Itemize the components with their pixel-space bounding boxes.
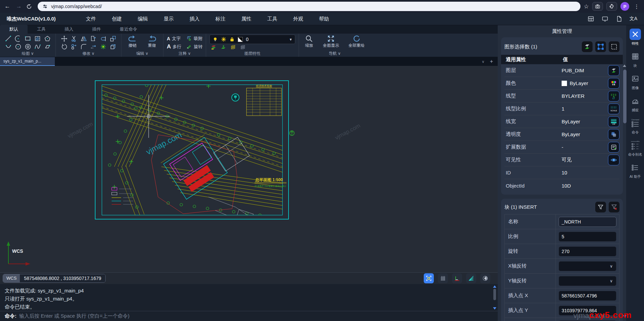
- layer-stack-yellow-icon[interactable]: [230, 45, 236, 50]
- menu-display[interactable]: 显示: [164, 16, 174, 22]
- copy-tool-icon[interactable]: [70, 43, 78, 50]
- layer-filter-button[interactable]: [582, 41, 593, 52]
- ortho-toggle[interactable]: [452, 273, 462, 283]
- snap-tool[interactable]: 吸附: [186, 36, 202, 42]
- rail-item-command[interactable]: Command 命令: [630, 117, 641, 135]
- rail-item-command-alias[interactable]: Command Alias 命令别名: [628, 139, 643, 157]
- offset-tool-icon[interactable]: [90, 35, 97, 42]
- rectangle-tool-icon[interactable]: [24, 35, 32, 42]
- y-flip-select[interactable]: ∨: [559, 276, 616, 286]
- scroll-up-icon[interactable]: [493, 285, 496, 288]
- mtext-tool[interactable]: A多行: [167, 43, 181, 50]
- polygon-tool-icon[interactable]: [44, 35, 51, 42]
- command-input-row[interactable]: 命令: 输入后按 Enter 或 Space 执行 (空白=上一个命令): [0, 311, 498, 321]
- modify-group-label[interactable]: 修改 ∨: [82, 51, 94, 56]
- block-scale-input[interactable]: [559, 232, 616, 242]
- edit-group-label[interactable]: 编辑 ∨: [136, 51, 148, 56]
- scroll-up-icon[interactable]: [623, 59, 626, 67]
- arc2-tool-icon[interactable]: [5, 43, 12, 50]
- mirror-tool-icon[interactable]: [80, 35, 87, 42]
- ribbon-tab-recent[interactable]: 最近命令: [110, 25, 147, 34]
- bookmark-star-icon[interactable]: ☆: [584, 3, 589, 10]
- document-tab[interactable]: sys_zp_v1_main_p...: [0, 57, 55, 66]
- layer-dropdown[interactable]: 0 ▼: [210, 35, 295, 44]
- donut-tool-icon[interactable]: [24, 43, 32, 50]
- redo-button[interactable]: 重做: [144, 35, 160, 48]
- polar-tracking-toggle[interactable]: [466, 273, 476, 283]
- block-name-input[interactable]: [559, 217, 616, 227]
- ribbon-tab-plugins[interactable]: 插件: [83, 25, 110, 34]
- address-bar[interactable]: vjmap.com/app/webcad/: [38, 2, 580, 11]
- spline-tool-icon[interactable]: [34, 43, 41, 50]
- line-tool-icon[interactable]: [5, 35, 12, 42]
- undo-button[interactable]: 撤销: [125, 35, 140, 48]
- lineweight-button[interactable]: LW: [608, 116, 619, 127]
- coordinate-readout[interactable]: WCS 587548086.8002 , 3103950717.1679: [3, 274, 106, 283]
- explode-tool-icon[interactable]: [100, 43, 107, 50]
- scrollbar-thumb[interactable]: [493, 289, 496, 300]
- clear-filter-button[interactable]: [609, 202, 619, 212]
- arc-tool-icon[interactable]: [14, 35, 22, 42]
- linetype-button[interactable]: LT: [608, 91, 619, 102]
- x-flip-select[interactable]: ∨: [559, 261, 616, 271]
- text-tool[interactable]: A文字: [167, 36, 181, 42]
- menu-insert[interactable]: 插入: [190, 16, 200, 22]
- translate-icon[interactable]: 文A: [630, 16, 637, 22]
- select-window-button[interactable]: [609, 41, 619, 52]
- command-scrollbar[interactable]: [493, 285, 497, 310]
- scroll-down-icon[interactable]: [493, 307, 496, 310]
- screenshot-button[interactable]: [592, 2, 603, 11]
- menu-file[interactable]: 文件: [86, 16, 96, 22]
- document-icon[interactable]: [615, 15, 623, 22]
- rail-item-snap[interactable]: 捕捉: [630, 95, 641, 113]
- color-picker-button[interactable]: [608, 78, 619, 89]
- browser-reload-button[interactable]: [26, 4, 34, 9]
- linetype-scale-button[interactable]: SCALE: [608, 104, 619, 114]
- select-handles-button[interactable]: [595, 41, 606, 52]
- redraw-button[interactable]: 全部重绘: [346, 35, 367, 48]
- dynamic-ucs-toggle[interactable]: [480, 273, 490, 283]
- menu-create[interactable]: 创建: [112, 16, 122, 22]
- object-snap-toggle[interactable]: [424, 273, 434, 283]
- scale-tool-icon[interactable]: [109, 35, 117, 42]
- menu-tools[interactable]: 工具: [267, 16, 277, 22]
- rail-item-properties[interactable]: 特性: [630, 29, 641, 46]
- grid-toggle[interactable]: [438, 273, 448, 283]
- layer-picker-button[interactable]: [608, 65, 619, 76]
- rotate-annotate-tool[interactable]: 旋转: [186, 44, 202, 50]
- extensions-button[interactable]: [606, 2, 617, 11]
- insert-x-input[interactable]: [559, 291, 616, 301]
- tab-list-chevron-icon[interactable]: ∨: [482, 59, 485, 64]
- fit-view-button[interactable]: 全图显示: [320, 35, 341, 48]
- browser-back-button[interactable]: ←: [3, 3, 11, 10]
- transparency-button[interactable]: [608, 129, 619, 140]
- box-tool-icon[interactable]: [109, 43, 117, 50]
- annotate-group-label[interactable]: 注释 ∨: [179, 51, 191, 56]
- zoom-button[interactable]: 缩放: [302, 35, 316, 48]
- layer-stack-gray-icon[interactable]: [240, 45, 246, 50]
- screen-icon[interactable]: [601, 15, 609, 22]
- menu-appearance[interactable]: 外观: [293, 16, 303, 22]
- draw-group-label[interactable]: 绘图 ∨: [22, 51, 34, 56]
- browser-forward-button[interactable]: →: [15, 3, 23, 10]
- navigation-group-label[interactable]: 导航 ∨: [329, 51, 341, 56]
- extend-tool-icon[interactable]: [100, 35, 107, 42]
- xdata-button[interactable]: [608, 142, 619, 153]
- trim-tool-icon[interactable]: [70, 35, 78, 42]
- menu-edit[interactable]: 编辑: [138, 16, 148, 22]
- rotate-tool-icon[interactable]: [61, 43, 68, 50]
- visibility-button[interactable]: [608, 155, 619, 165]
- panel-scrollbar[interactable]: [623, 59, 627, 318]
- browser-menu-button[interactable]: ⋮: [633, 3, 641, 10]
- menu-help[interactable]: 帮助: [319, 16, 329, 22]
- plane-tool-icon[interactable]: [44, 43, 51, 50]
- new-layer-icon[interactable]: [221, 45, 226, 50]
- ribbon-tab-insert[interactable]: 插入: [55, 25, 83, 34]
- ribbon-tab-default[interactable]: 默认: [0, 25, 28, 34]
- circle-tool-icon[interactable]: [14, 43, 22, 50]
- north-block-selected[interactable]: [290, 131, 294, 135]
- layout-grid-icon[interactable]: [587, 15, 595, 22]
- ribbon-tab-tools[interactable]: 工具: [28, 25, 55, 34]
- fillet-tool-icon[interactable]: [80, 43, 87, 50]
- browser-avatar[interactable]: P: [620, 2, 629, 11]
